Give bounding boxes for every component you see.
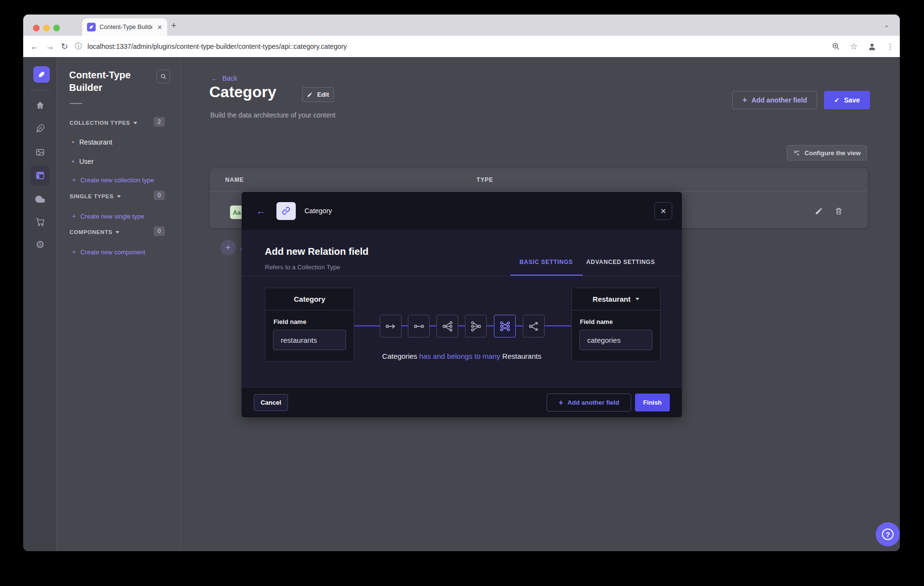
tab-advanced-settings[interactable]: ADVANCED SETTINGS	[586, 259, 655, 265]
column-header-name: NAME	[225, 168, 244, 191]
sidebar-item-user[interactable]: User	[72, 158, 94, 165]
column-header-type: TYPE	[476, 168, 493, 191]
active-tab-underline	[510, 275, 583, 276]
maximize-window-button[interactable]	[53, 25, 60, 31]
chevron-down-icon	[133, 122, 137, 124]
finish-button[interactable]: Finish	[635, 394, 670, 411]
bullet-icon	[72, 141, 74, 143]
target-field-name-input[interactable]	[579, 330, 652, 350]
single-types-count-badge: 0	[154, 190, 165, 200]
marketplace-icon[interactable]	[23, 217, 57, 227]
media-library-icon[interactable]	[23, 147, 57, 157]
modal-close-button[interactable]: ✕	[654, 202, 672, 220]
reload-icon[interactable]: ↻	[61, 41, 68, 52]
sentence-target: Restaurants	[502, 352, 541, 360]
create-component-link[interactable]: + Create new component	[72, 248, 145, 256]
save-button[interactable]: ✓ Save	[824, 91, 870, 109]
sidebar-item-label: User	[79, 158, 94, 165]
back-link[interactable]: ← Back	[211, 74, 237, 82]
chevron-down-icon	[117, 195, 121, 198]
close-window-button[interactable]	[33, 25, 40, 31]
sidebar-item-restaurant[interactable]: Restaurant	[72, 138, 112, 146]
relation-chip	[276, 202, 296, 220]
edit-button[interactable]: Edit	[302, 87, 334, 102]
target-collection-select[interactable]: Restaurant	[572, 288, 660, 310]
edit-label: Edit	[317, 91, 329, 98]
link-label: Create new component	[80, 249, 145, 256]
minimize-window-button[interactable]	[43, 25, 50, 31]
field-name-label: Field name	[274, 318, 306, 325]
tab-close-icon[interactable]: ✕	[157, 24, 162, 31]
modal-add-another-field-button[interactable]: + Add another field	[547, 394, 631, 411]
delete-row-button[interactable]	[835, 207, 843, 215]
add-field-circle-button[interactable]: +	[220, 240, 236, 255]
section-components[interactable]: COMPONENTS	[70, 229, 119, 235]
home-icon[interactable]	[23, 101, 57, 110]
relation-one-to-many-button[interactable]	[436, 315, 458, 337]
content-manager-icon[interactable]	[23, 124, 57, 133]
browser-tab-bar: Content-Type Builder | Strapi ✕ + ⌄	[23, 15, 900, 36]
settings-icon[interactable]: ⚙	[23, 239, 57, 250]
relation-sentence: Categories has and belongs to many Resta…	[242, 352, 682, 360]
relation-one-to-one-button[interactable]	[408, 315, 430, 337]
target-collection-title: Restaurant	[592, 295, 630, 303]
arrow-left-icon: ←	[211, 74, 218, 82]
tab-search-chevron-icon[interactable]: ⌄	[884, 21, 889, 29]
many-to-many-icon	[499, 320, 511, 333]
site-info-icon[interactable]: ⓘ	[75, 42, 82, 51]
page-title: Category	[209, 83, 276, 101]
edit-row-button[interactable]	[815, 207, 823, 215]
browser-url-bar: ← → ↻ ⓘ localhost:1337/admin/plugins/con…	[23, 36, 900, 57]
browser-menu-icon[interactable]: ⋮	[886, 42, 894, 51]
relation-many-to-one-button[interactable]	[465, 315, 487, 337]
new-tab-button[interactable]: +	[171, 20, 176, 31]
plus-icon: +	[559, 398, 563, 407]
tab-basic-settings[interactable]: BASIC SETTINGS	[520, 259, 573, 265]
modal-breadcrumb: Category	[304, 207, 332, 215]
create-single-type-link[interactable]: + Create new single type	[72, 212, 144, 220]
back-nav-icon[interactable]: ←	[30, 42, 39, 52]
source-collection-card: Category Field name	[265, 288, 354, 362]
bookmark-star-icon[interactable]: ☆	[850, 41, 858, 52]
sentence-source: Categories	[382, 352, 418, 360]
button-label: Add another field	[751, 96, 807, 104]
bullet-icon	[72, 161, 74, 162]
one-to-one-icon	[413, 320, 425, 333]
collection-types-count-badge: 2	[154, 117, 165, 127]
page-subtitle: Build the data architecture of your cont…	[210, 111, 335, 119]
link-label: Create new single type	[80, 213, 144, 220]
section-label: COMPONENTS	[70, 229, 112, 235]
field-name-label: Field name	[580, 318, 613, 325]
chevron-down-icon	[116, 231, 119, 234]
sentence-relation: has and belongs to many	[419, 352, 501, 360]
zoom-icon[interactable]	[832, 42, 840, 51]
modal-footer: Cancel + Add another field Finish	[242, 387, 682, 417]
link-label: Create new collection type	[80, 176, 154, 184]
help-button[interactable]: ?	[876, 522, 900, 546]
back-label: Back	[222, 74, 237, 82]
forward-nav-icon[interactable]: →	[45, 42, 54, 52]
configure-view-button[interactable]: Configure the view	[787, 145, 867, 161]
search-button[interactable]	[157, 70, 170, 83]
button-label: Save	[844, 96, 860, 104]
relation-many-way-button[interactable]	[523, 315, 545, 337]
content-type-builder-nav-active[interactable]	[30, 166, 50, 185]
section-single-types[interactable]: SINGLE TYPES	[70, 193, 121, 199]
relation-many-to-many-button[interactable]	[494, 315, 516, 337]
cancel-button[interactable]: Cancel	[254, 394, 288, 411]
panel-title: Content-Type Builder	[69, 69, 146, 94]
tabs-divider	[242, 276, 682, 276]
search-icon	[160, 73, 167, 80]
source-field-name-input[interactable]	[273, 330, 346, 350]
relation-one-way-button[interactable]	[380, 315, 402, 337]
browser-tab[interactable]: Content-Type Builder | Strapi ✕	[82, 18, 167, 36]
profile-icon[interactable]	[867, 42, 877, 51]
modal-back-button[interactable]: ←	[256, 205, 266, 217]
url-text[interactable]: localhost:1337/admin/plugins/content-typ…	[87, 43, 347, 50]
section-collection-types[interactable]: COLLECTION TYPES	[70, 120, 137, 126]
strapi-logo[interactable]	[33, 66, 50, 83]
arrow-left-icon: ←	[256, 205, 266, 216]
add-another-field-button[interactable]: + Add another field	[732, 91, 817, 109]
cloud-icon[interactable]	[23, 194, 57, 205]
create-collection-type-link[interactable]: + Create new collection type	[72, 176, 154, 184]
